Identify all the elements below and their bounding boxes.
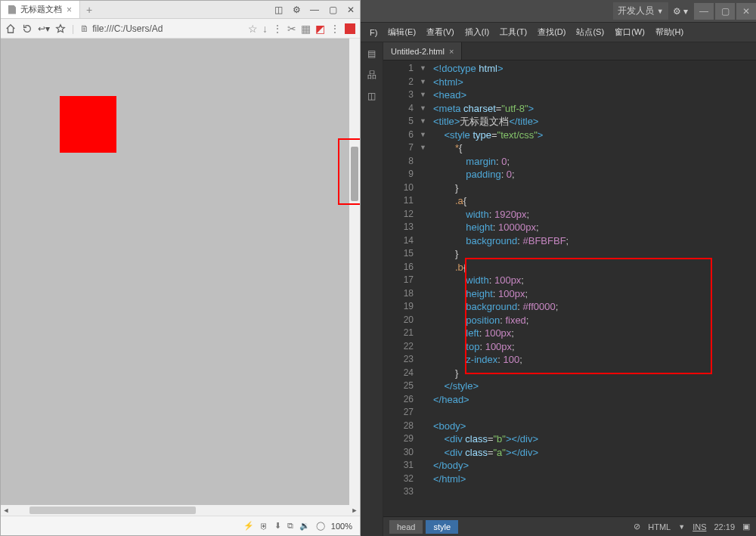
ide-sidebar: ▤ 品 ◫ bbox=[361, 42, 383, 536]
lang-label[interactable]: HTML bbox=[648, 522, 671, 531]
browser-window-controls: ◫ ⚙ — ▢ ✕ bbox=[269, 1, 360, 19]
ide-window-controls: — ▢ ✕ bbox=[692, 3, 756, 20]
close-editor-tab-icon[interactable]: × bbox=[449, 47, 454, 56]
addr-right-icons: ☆ ↓ ⋮ ✂ ▦ ◩ ⋮ bbox=[248, 23, 355, 35]
breadcrumb-head[interactable]: head bbox=[389, 520, 423, 534]
editor: Untitled-2.html × 1234567891011121314151… bbox=[383, 42, 756, 536]
fold-gutter[interactable]: ▼▼▼▼▼▼▼ bbox=[420, 60, 429, 155]
close-window-icon[interactable]: ✕ bbox=[342, 1, 360, 19]
menu-icon[interactable]: ⋮ bbox=[272, 23, 283, 35]
zoom-level[interactable]: 100% bbox=[331, 522, 352, 531]
sound-icon[interactable]: 🔉 bbox=[299, 521, 310, 531]
circle-icon[interactable]: ◯ bbox=[316, 521, 325, 531]
settings-icon[interactable]: ⚙ bbox=[287, 1, 305, 19]
horizontal-scrollbar[interactable]: ◄ ► bbox=[1, 505, 360, 516]
dev-dropdown[interactable]: 开发人员 ▼ bbox=[613, 2, 668, 20]
menu-item[interactable]: 帮助(H) bbox=[651, 23, 688, 41]
ide-maximize-icon[interactable]: ▢ bbox=[715, 3, 735, 20]
gear-icon[interactable]: ⚙ ▾ bbox=[673, 6, 688, 17]
menu-item[interactable]: 查看(V) bbox=[422, 23, 459, 41]
url-field[interactable]: 🗎 file:///C:/Users/Ad bbox=[80, 23, 163, 34]
qr-icon[interactable]: ▦ bbox=[301, 23, 311, 35]
warning-icon[interactable]: ⊘ bbox=[634, 522, 640, 531]
split-icon[interactable]: ◫ bbox=[365, 89, 379, 103]
menu-item[interactable]: 窗口(W) bbox=[610, 23, 649, 41]
breadcrumb-bar: head style ⊘ HTML ▼ INS 22:19 ▣ bbox=[383, 516, 756, 536]
editor-tab[interactable]: Untitled-2.html × bbox=[383, 42, 462, 60]
code-area[interactable]: 1234567891011121314151617181920212223242… bbox=[383, 60, 756, 516]
divider: | bbox=[72, 23, 74, 34]
close-tab-icon[interactable]: × bbox=[67, 5, 72, 15]
home-icon[interactable] bbox=[5, 23, 16, 34]
menu-item[interactable]: 站点(S) bbox=[572, 23, 609, 41]
breadcrumb-style[interactable]: style bbox=[426, 520, 458, 534]
browser-statusbar: ⚡ ⛨ ⬇ ⧉ 🔉 ◯ 100% bbox=[1, 516, 360, 535]
lightning-icon[interactable]: ⚡ bbox=[243, 521, 254, 531]
ins-label[interactable]: INS bbox=[692, 522, 706, 531]
browser-tabbar: 无标题文档 × + ◫ ⚙ — ▢ ✕ bbox=[1, 1, 360, 19]
document-icon bbox=[8, 5, 16, 14]
file-icon: 🗎 bbox=[80, 23, 89, 34]
address-bar: ↩▾ | 🗎 file:///C:/Users/Ad ☆ ↓ ⋮ ✂ ▦ ◩ ⋮ bbox=[1, 19, 360, 39]
scroll-right-icon[interactable]: ► bbox=[349, 507, 360, 514]
time-label: 22:19 bbox=[714, 522, 735, 531]
browser-window: 无标题文档 × + ◫ ⚙ — ▢ ✕ ↩▾ | 🗎 file:///C:/Us… bbox=[0, 0, 361, 536]
ext-icon[interactable]: ◩ bbox=[315, 23, 325, 35]
shield-icon[interactable]: ⛨ bbox=[260, 522, 268, 531]
ide-status-right: ⊘ HTML ▼ INS 22:19 ▣ bbox=[634, 522, 750, 531]
scissors-icon[interactable]: ✂ bbox=[287, 23, 296, 35]
menu-item[interactable]: F) bbox=[365, 25, 382, 40]
chevron-down-icon[interactable]: ▼ bbox=[678, 523, 685, 531]
tab-title: 无标题文档 bbox=[20, 4, 62, 15]
scroll-left-icon[interactable]: ◄ bbox=[1, 507, 11, 514]
new-tab-button[interactable]: + bbox=[80, 4, 98, 16]
editor-tab-label: Untitled-2.html bbox=[391, 47, 445, 56]
files-icon[interactable]: ▤ bbox=[365, 47, 379, 60]
menu-item[interactable]: 插入(I) bbox=[460, 23, 494, 41]
pip-icon[interactable]: ⧉ bbox=[287, 521, 293, 531]
code-lines[interactable]: <!doctype html><html><head><meta charset… bbox=[429, 60, 756, 499]
back-dropdown-icon[interactable]: ↩▾ bbox=[39, 23, 49, 34]
browser-tab[interactable]: 无标题文档 × bbox=[1, 1, 80, 18]
tree-icon[interactable]: 品 bbox=[365, 68, 379, 82]
vertical-scrollbar[interactable] bbox=[349, 39, 360, 516]
ide-close-icon[interactable]: ✕ bbox=[736, 3, 756, 20]
ide-titlebar: 开发人员 ▼ ⚙ ▾ — ▢ ✕ bbox=[361, 0, 756, 23]
ide-menubar: F)编辑(E)查看(V)插入(I)工具(T)查找(D)站点(S)窗口(W)帮助(… bbox=[361, 23, 756, 42]
hscroll-thumb[interactable] bbox=[29, 507, 196, 514]
menu-item[interactable]: 编辑(E) bbox=[383, 23, 420, 41]
preview-icon[interactable]: ▣ bbox=[742, 522, 750, 531]
minimize-icon[interactable]: — bbox=[305, 1, 324, 19]
menu-item[interactable]: 查找(D) bbox=[533, 23, 570, 41]
menu-item[interactable]: 工具(T) bbox=[495, 23, 531, 41]
download2-icon[interactable]: ⬇ bbox=[274, 521, 281, 531]
more-icon[interactable]: ⋮ bbox=[330, 23, 340, 35]
url-text: file:///C:/Users/Ad bbox=[92, 23, 163, 34]
maximize-icon[interactable]: ▢ bbox=[324, 1, 342, 19]
rendered-red-box bbox=[60, 96, 116, 153]
browser-viewport: ◄ ► bbox=[1, 39, 360, 516]
scroll-thumb[interactable] bbox=[351, 147, 358, 201]
ide-minimize-icon[interactable]: — bbox=[694, 3, 714, 20]
bookmark-star-icon[interactable]: ☆ bbox=[248, 23, 258, 35]
reload-icon[interactable] bbox=[22, 23, 33, 34]
ide-window: 开发人员 ▼ ⚙ ▾ — ▢ ✕ F)编辑(E)查看(V)插入(I)工具(T)查… bbox=[361, 0, 756, 536]
editor-tabrow: Untitled-2.html × bbox=[383, 42, 756, 60]
equalizer-icon[interactable]: ◫ bbox=[269, 1, 287, 19]
star-icon[interactable] bbox=[55, 23, 66, 34]
download-icon[interactable]: ↓ bbox=[262, 23, 268, 35]
line-gutter: 1234567891011121314151617181920212223242… bbox=[383, 60, 420, 499]
avatar-icon[interactable] bbox=[345, 23, 355, 34]
